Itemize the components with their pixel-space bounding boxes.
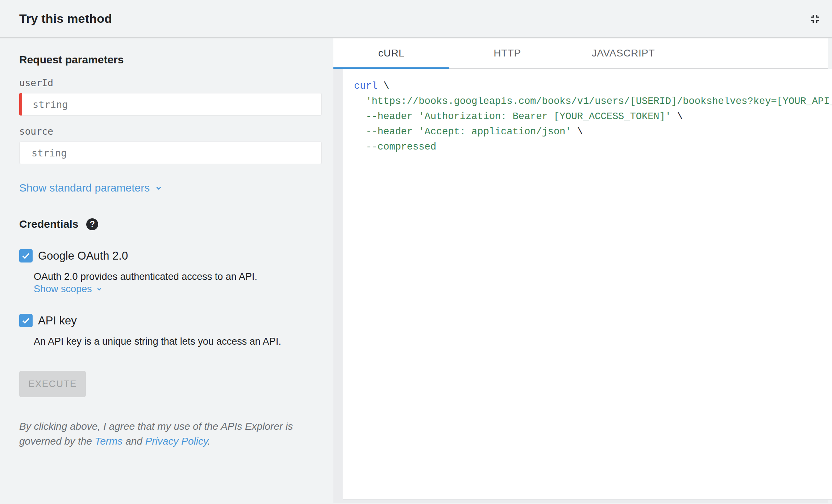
oauth-checkbox[interactable] bbox=[19, 249, 33, 262]
code-card: curl \ 'https://books.googleapis.com/boo… bbox=[343, 69, 832, 500]
help-icon[interactable]: ? bbox=[86, 218, 98, 230]
chevron-down-icon bbox=[154, 183, 163, 193]
dialog-header: Try this method bbox=[0, 0, 832, 38]
code-token: \ bbox=[383, 81, 389, 92]
show-scopes-label: Show scopes bbox=[34, 283, 92, 295]
fullscreen-exit-glyph bbox=[808, 12, 822, 26]
required-indicator-bar bbox=[19, 93, 22, 116]
userid-input[interactable] bbox=[19, 93, 322, 116]
dialog-title: Try this method bbox=[19, 12, 112, 26]
code-sample-panel: cURL HTTP JAVASCRIPT bbox=[333, 38, 828, 503]
source-input-wrap bbox=[19, 142, 322, 164]
apikey-description: An API key is a unique string that lets … bbox=[34, 335, 322, 348]
credentials-header: Credentials ? bbox=[19, 218, 322, 230]
code-line: --compressed bbox=[354, 139, 832, 155]
legal-middle: and bbox=[122, 436, 145, 447]
code-token-header: --header 'Accept: application/json' bbox=[354, 126, 577, 137]
code-line: --header 'Accept: application/json' \ bbox=[354, 124, 832, 139]
source-input[interactable] bbox=[19, 142, 322, 164]
apikey-checkbox-row: API key bbox=[19, 314, 322, 327]
userid-input-wrap bbox=[19, 93, 322, 116]
oauth-checkbox-label: Google OAuth 2.0 bbox=[38, 249, 128, 262]
request-parameters-title: Request parameters bbox=[19, 54, 322, 66]
oauth-description-text: OAuth 2.0 provides authenticated access … bbox=[34, 271, 257, 282]
oauth-checkbox-row: Google OAuth 2.0 bbox=[19, 249, 322, 262]
checkmark-icon bbox=[21, 316, 31, 326]
code-line: 'https://books.googleapis.com/books/v1/u… bbox=[354, 94, 832, 109]
legal-text: By clicking above, I agree that my use o… bbox=[19, 419, 322, 449]
request-panel: Request parameters userId source Show st… bbox=[0, 38, 333, 503]
exit-fullscreen-icon[interactable] bbox=[805, 9, 825, 29]
tab-curl[interactable]: cURL bbox=[333, 38, 449, 68]
legal-suffix: . bbox=[208, 436, 211, 447]
code-token-header: --header 'Authorization: Bearer [YOUR_AC… bbox=[354, 111, 677, 122]
userid-field-label: userId bbox=[19, 77, 322, 88]
code-token: \ bbox=[577, 126, 583, 137]
show-standard-parameters-label: Show standard parameters bbox=[19, 182, 150, 194]
privacy-policy-link[interactable]: Privacy Policy bbox=[145, 436, 208, 447]
credentials-title: Credentials bbox=[19, 218, 78, 230]
terms-link[interactable]: Terms bbox=[95, 436, 123, 447]
apikey-checkbox[interactable] bbox=[19, 314, 33, 327]
show-standard-parameters-link[interactable]: Show standard parameters bbox=[19, 182, 163, 194]
tab-javascript[interactable]: JAVASCRIPT bbox=[565, 38, 681, 68]
code-token-command: curl bbox=[354, 81, 383, 92]
source-field-label: source bbox=[19, 126, 322, 137]
code-line: --header 'Authorization: Bearer [YOUR_AC… bbox=[354, 109, 832, 124]
apikey-checkbox-label: API key bbox=[38, 314, 77, 327]
chevron-down-icon bbox=[95, 285, 103, 293]
code-token-url: 'https://books.googleapis.com/books/v1/u… bbox=[354, 96, 832, 107]
code-tabbar: cURL HTTP JAVASCRIPT bbox=[333, 38, 828, 69]
execute-button[interactable]: EXECUTE bbox=[19, 371, 86, 397]
dialog-body: Request parameters userId source Show st… bbox=[0, 38, 832, 503]
oauth-description: OAuth 2.0 provides authenticated access … bbox=[34, 270, 322, 295]
code-token-flag: --compressed bbox=[354, 142, 436, 152]
tab-http[interactable]: HTTP bbox=[449, 38, 565, 68]
code-token: \ bbox=[677, 111, 683, 122]
code-area: curl \ 'https://books.googleapis.com/boo… bbox=[333, 69, 828, 503]
show-scopes-link[interactable]: Show scopes bbox=[34, 283, 103, 295]
code-line: curl \ bbox=[354, 79, 832, 94]
checkmark-icon bbox=[21, 251, 31, 261]
